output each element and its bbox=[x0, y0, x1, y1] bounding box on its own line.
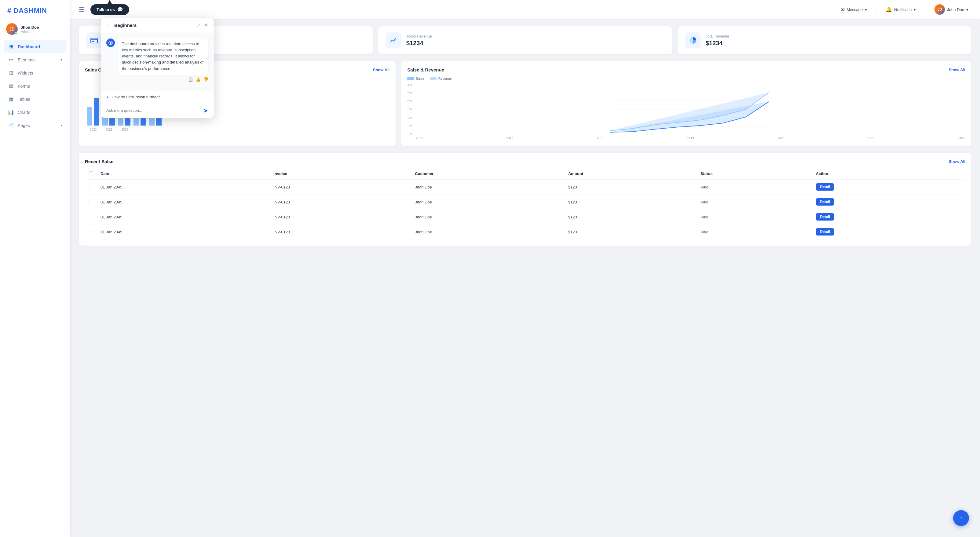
cell-invoice: INV-0123 bbox=[270, 179, 411, 195]
copy-icon[interactable]: 📋 bbox=[188, 77, 193, 82]
forms-icon: ▤ bbox=[8, 83, 14, 89]
line-chart-show-all[interactable]: Show All bbox=[949, 68, 965, 72]
legend-label-revenue: Revenue bbox=[438, 77, 452, 80]
hamburger-icon[interactable]: ☰ bbox=[79, 6, 84, 13]
xlabel: 2016 bbox=[416, 137, 423, 140]
bar-chart-show-all[interactable]: Show All bbox=[373, 68, 390, 72]
table-row: 01 Jan 2045 INV-0123 Jhon Doe $123 Paid … bbox=[85, 210, 965, 224]
sidebar-item-elements[interactable]: ▭ Elements ▾ bbox=[4, 54, 67, 66]
header: ☰ Talk to us 💬 ✉ Message ▾ 🔔 Notificatin… bbox=[70, 0, 980, 19]
total-revenue-icon bbox=[685, 32, 701, 48]
cell-status: Paid bbox=[697, 210, 812, 224]
expand-icon[interactable]: ⤢ bbox=[196, 22, 200, 29]
y-label: 250 bbox=[407, 92, 412, 95]
chat-suggestion-text: How do I drill down further? bbox=[111, 95, 160, 99]
cell-amount: $123 bbox=[565, 224, 697, 240]
row-checkbox[interactable] bbox=[89, 215, 93, 219]
user-action[interactable]: JD John Doe ▾ bbox=[931, 2, 972, 16]
stat-label: Total Revenue bbox=[706, 34, 729, 38]
table-title: Recent Salse bbox=[85, 159, 113, 164]
stat-card-total-revenue: Total Revenue $1234 bbox=[678, 26, 972, 54]
chat-back-button[interactable]: ← bbox=[106, 22, 112, 29]
chat-input-row: ➤ bbox=[101, 103, 214, 118]
table-tbody: 01 Jan 2045 INV-0123 Jhon Doe $123 Paid … bbox=[85, 179, 965, 240]
total-sale-icon bbox=[86, 32, 102, 48]
recent-sales-table: Recent Salse Show All Date Invoice Custo… bbox=[79, 153, 972, 246]
cell-status: Paid bbox=[697, 224, 812, 240]
chat-suggestion[interactable]: + How do I drill down further? bbox=[101, 91, 214, 103]
xlabel: 2021 bbox=[103, 128, 116, 131]
table-row: 01 Jan 2045 INV-0123 Jhon Doe $123 Paid … bbox=[85, 179, 965, 195]
notification-action[interactable]: 🔔 Notificatin ▾ bbox=[883, 5, 919, 15]
bell-icon: 🔔 bbox=[886, 6, 892, 13]
chat-bubble-icon: 💬 bbox=[117, 7, 123, 13]
cell-date: 01 Jan 2045 bbox=[97, 195, 270, 210]
row-checkbox[interactable] bbox=[89, 185, 93, 189]
plus-icon: + bbox=[106, 94, 109, 100]
table-row: 01 Jan 2045 INV-0123 Jhon Doe $123 Paid … bbox=[85, 224, 965, 240]
bar-group-1 bbox=[87, 98, 99, 126]
message-icon: ✉ bbox=[840, 6, 845, 13]
sidebar-user: JD Jhon Doe Admin bbox=[0, 20, 70, 40]
sidebar-item-tables[interactable]: ▦ Tables bbox=[4, 93, 67, 105]
sidebar-item-label: Elements bbox=[18, 57, 35, 62]
sidebar-item-charts[interactable]: 📊 Charts bbox=[4, 106, 67, 119]
legend-revenue: Revenue bbox=[430, 77, 452, 80]
cell-date: 01 Jan 2045 bbox=[97, 224, 270, 240]
row-checkbox-cell bbox=[85, 179, 97, 195]
chevron-down-icon: ▾ bbox=[865, 7, 867, 12]
thumbs-up-icon[interactable]: 👍 bbox=[196, 77, 201, 82]
select-all-checkbox[interactable] bbox=[89, 172, 93, 176]
line-chart-header: Salse & Revenue Show All bbox=[407, 67, 965, 72]
sidebar-nav: ⊞ Dashboard ▭ Elements ▾ ⊞ Widgets ▤ For… bbox=[0, 40, 70, 537]
chart-legend: Salse Revenue bbox=[407, 77, 965, 80]
row-checkbox[interactable] bbox=[89, 230, 93, 234]
row-checkbox-cell bbox=[85, 210, 97, 224]
col-status: Status bbox=[697, 168, 812, 179]
sales-table: Date Invoice Customer Amount Status Acti… bbox=[85, 168, 965, 240]
sidebar-item-forms[interactable]: ▤ Forms bbox=[4, 80, 67, 92]
y-label: 0 bbox=[410, 132, 412, 135]
detail-button[interactable]: Detail bbox=[816, 183, 834, 191]
row-checkbox[interactable] bbox=[89, 200, 93, 204]
send-icon[interactable]: ➤ bbox=[203, 107, 208, 114]
stat-value: $1234 bbox=[406, 40, 432, 47]
col-date: Date bbox=[97, 168, 270, 179]
table-row: 01 Jan 2045 INV-0123 Jhon Doe $123 Paid … bbox=[85, 195, 965, 210]
cell-customer: Jhon Doe bbox=[411, 210, 565, 224]
sidebar-item-label: Widgets bbox=[18, 71, 33, 75]
bar bbox=[87, 107, 92, 126]
cell-action: Detail bbox=[812, 224, 965, 240]
close-icon[interactable]: ✕ bbox=[204, 22, 208, 29]
message-action[interactable]: ✉ Message ▾ bbox=[837, 5, 870, 15]
xlabel: 2020 bbox=[87, 128, 100, 131]
chat-input[interactable] bbox=[106, 107, 201, 114]
detail-button[interactable]: Detail bbox=[816, 228, 834, 235]
tables-icon: ▦ bbox=[8, 96, 14, 102]
cell-amount: $123 bbox=[565, 210, 697, 224]
col-amount: Amount bbox=[565, 168, 697, 179]
table-header-row: Date Invoice Customer Amount Status Acti… bbox=[85, 168, 965, 179]
fab-scroll-top[interactable]: ↑ bbox=[953, 510, 969, 526]
sidebar-item-pages[interactable]: 📄 Pages ▾ bbox=[4, 119, 67, 132]
chat-title: Beginners bbox=[114, 22, 196, 28]
y-label: 100 bbox=[407, 116, 412, 119]
row-checkbox-cell bbox=[85, 224, 97, 240]
col-customer: Customer bbox=[411, 168, 565, 179]
detail-button[interactable]: Detail bbox=[816, 213, 834, 221]
xlabel: 2021 bbox=[868, 137, 875, 140]
y-label: 50 bbox=[409, 124, 412, 127]
y-label: 150 bbox=[407, 108, 412, 111]
table-show-all[interactable]: Show All bbox=[949, 159, 965, 164]
talk-to-us-button[interactable]: Talk to us 💬 bbox=[91, 4, 129, 15]
sidebar-item-widgets[interactable]: ⊞ Widgets bbox=[4, 67, 67, 79]
chevron-down-icon: ▾ bbox=[914, 7, 916, 12]
legend-dot-sales bbox=[407, 77, 414, 80]
table-header: Recent Salse Show All bbox=[85, 159, 965, 164]
line-chart-svg bbox=[414, 83, 965, 135]
thumbs-down-icon[interactable]: 👎 bbox=[203, 77, 208, 82]
detail-button[interactable]: Detail bbox=[816, 198, 834, 206]
sidebar-item-dashboard[interactable]: ⊞ Dashboard bbox=[4, 40, 67, 53]
svg-rect-0 bbox=[91, 38, 97, 43]
cell-action: Detail bbox=[812, 195, 965, 210]
